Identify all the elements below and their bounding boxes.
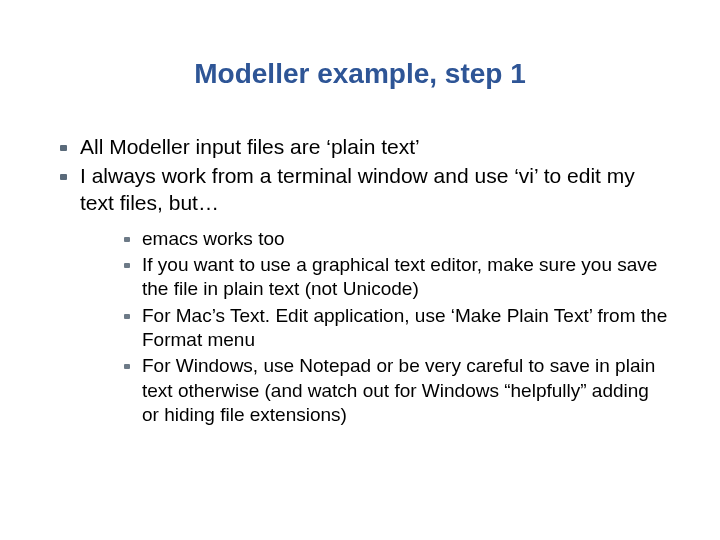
list-item: For Windows, use Notepad or be very care… [124, 354, 670, 427]
list-item: All Modeller input files are ‘plain text… [60, 134, 670, 161]
list-item-text: For Windows, use Notepad or be very care… [142, 355, 655, 425]
list-item: If you want to use a graphical text edit… [124, 253, 670, 302]
bullet-list-level-2: emacs works too If you want to use a gra… [80, 227, 670, 428]
slide: Modeller example, step 1 All Modeller in… [0, 0, 720, 540]
list-item: emacs works too [124, 227, 670, 251]
list-item-text: For Mac’s Text. Edit application, use ‘M… [142, 305, 667, 350]
list-item-text: I always work from a terminal window and… [80, 164, 635, 214]
list-item-text: If you want to use a graphical text edit… [142, 254, 657, 299]
list-item: For Mac’s Text. Edit application, use ‘M… [124, 304, 670, 353]
list-item: I always work from a terminal window and… [60, 163, 670, 427]
list-item-text: emacs works too [142, 228, 285, 249]
list-item-text: All Modeller input files are ‘plain text… [80, 135, 420, 158]
slide-title: Modeller example, step 1 [50, 58, 670, 90]
bullet-list-level-1: All Modeller input files are ‘plain text… [50, 134, 670, 427]
